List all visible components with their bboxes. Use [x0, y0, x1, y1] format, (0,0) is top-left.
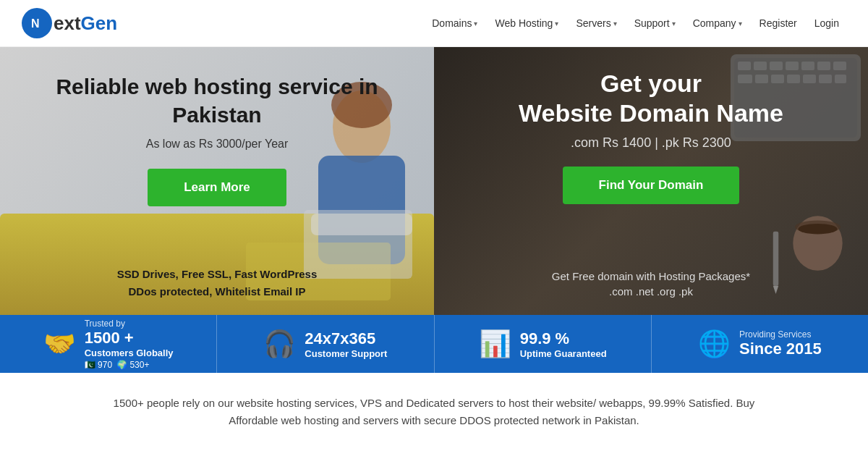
hero-right-title: Get your Website Domain Name [456, 69, 846, 128]
bottom-text: 1500+ people rely on our website hosting… [109, 395, 760, 429]
hero-left-panel: Reliable web hosting service in Pakistan… [0, 47, 434, 315]
nav-item-servers[interactable]: Servers ▾ [569, 12, 624, 35]
domain-footer-line1: Get Free domain with Hosting Packages* [434, 270, 868, 282]
headset-icon: 🎧 [263, 329, 296, 359]
handshake-icon: 🤝 [43, 329, 76, 359]
hero-section: Reliable web hosting service in Pakistan… [0, 47, 868, 315]
hero-left-title: Reliable web hosting service in Pakistan [22, 72, 412, 129]
stat-uptime-label: Uptime Guaranteed [520, 348, 607, 359]
flag-global: 🌍 530+ [116, 360, 149, 370]
logo-text-next: ext [54, 12, 81, 35]
logo-icon: N [22, 8, 52, 38]
nav-item-webhosting[interactable]: Web Hosting ▾ [488, 12, 566, 35]
logo-text-gen: Gen [81, 12, 118, 35]
logo[interactable]: N ext Gen [22, 8, 117, 38]
nav-item-domains[interactable]: Domains ▾ [425, 12, 485, 35]
stat-uptime: 📊 99.9 % Uptime Guaranteed [435, 315, 652, 373]
chevron-down-icon: ▾ [672, 20, 676, 28]
domain-footer-line2: .com .net .org .pk [434, 285, 868, 298]
bottom-section: 1500+ people rely on our website hosting… [0, 373, 868, 451]
chart-icon: 📊 [479, 329, 511, 359]
stat-customers: 🤝 Trusted by 1500 + Customers Globally 🇵… [0, 315, 217, 373]
stat-since: 🌐 Providing Services Since 2015 [652, 315, 868, 373]
stat-since-year: Since 2015 [739, 340, 822, 358]
feature-line2: DDos protected, Whitelist Email IP [0, 283, 434, 300]
stat-support: 🎧 24x7x365 Customer Support [217, 315, 434, 373]
chevron-down-icon: ▾ [613, 20, 617, 28]
nav-item-company[interactable]: Company ▾ [686, 12, 749, 35]
stat-support-label: Customer Support [305, 348, 387, 359]
hero-left-content: Reliable web hosting service in Pakistan… [0, 47, 434, 232]
stat-trusted-label: Trusted by [85, 319, 174, 329]
nav-register[interactable]: Register [752, 12, 804, 35]
stat-customers-label: Customers Globally [85, 348, 174, 358]
learn-more-button[interactable]: Learn More [148, 169, 286, 206]
nav-login[interactable]: Login [807, 12, 846, 35]
hero-right-pricing: .com Rs 1400 | .pk Rs 2300 [456, 135, 846, 151]
hero-right-footer: Get Free domain with Hosting Packages* .… [434, 270, 868, 300]
chevron-down-icon: ▾ [739, 20, 742, 28]
chevron-down-icon: ▾ [555, 20, 558, 28]
stat-providing-label: Providing Services [739, 329, 822, 340]
svg-text:N: N [31, 17, 40, 30]
main-nav: Domains ▾ Web Hosting ▾ Servers ▾ Suppor… [425, 12, 846, 35]
hero-left-subtitle: As low as Rs 3000/per Year [22, 138, 412, 151]
flag-pakistan: 🇵🇰 970 [85, 360, 112, 370]
hero-right-content: Get your Website Domain Name .com Rs 140… [434, 47, 868, 226]
hero-right-panel: Get your Website Domain Name .com Rs 140… [434, 47, 868, 315]
nav-item-support[interactable]: Support ▾ [627, 12, 683, 35]
stat-flags: 🇵🇰 970 🌍 530+ [85, 360, 174, 370]
header: N ext Gen Domains ▾ Web Hosting ▾ Server… [0, 0, 868, 47]
chevron-down-icon: ▾ [474, 20, 477, 28]
stats-bar: 🤝 Trusted by 1500 + Customers Globally 🇵… [0, 315, 868, 373]
find-domain-button[interactable]: Find Your Domain [563, 167, 740, 204]
feature-line1: SSD Drives, Free SSL, Fast WordPress [0, 266, 434, 283]
stat-uptime-value: 99.9 % [520, 329, 607, 348]
hero-left-features: SSD Drives, Free SSL, Fast WordPress DDo… [0, 266, 434, 300]
stat-support-hours: 24x7x365 [305, 329, 387, 348]
stat-customers-count: 1500 + [85, 329, 174, 348]
globe-icon: 🌐 [698, 329, 731, 359]
